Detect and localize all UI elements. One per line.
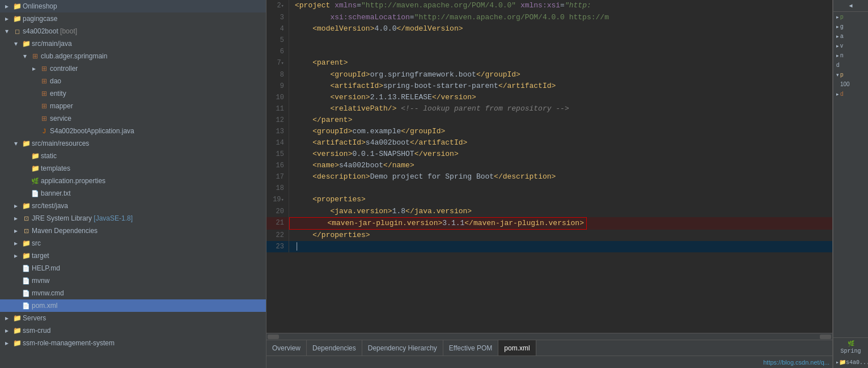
line-code-14: <artifactId>s4a002boot</artifactId> (289, 137, 467, 149)
tree-item-ssm-role[interactable]: ▸ 📁 ssm-role-management-system (0, 337, 266, 349)
tree-item-static[interactable]: 📁 static (0, 150, 266, 162)
line-code-16: <name>s4a002boot</name> (289, 160, 414, 171)
code-line-2: 2▾ <project xmlns="http://maven.apache.o… (266, 0, 832, 12)
txt-icon: 📄 (31, 189, 40, 198)
arrow-down-icon: ▾ (20, 52, 29, 61)
tree-item-application-properties[interactable]: 🌿 application.properties (0, 175, 266, 187)
arrow-right-icon: ▸ (11, 251, 20, 260)
arrow-icon: ▸ (836, 24, 839, 29)
item-label: v (840, 43, 843, 49)
props-icon: 🌿 (31, 176, 40, 185)
tree-item-maven-dependencies[interactable]: ▸ ⊡ Maven Dependencies (0, 225, 266, 237)
code-line-7: 7▾ <parent> (266, 57, 832, 69)
tree-item-mvnw[interactable]: 📄 mvnw (0, 274, 266, 287)
tree-item-onlineshop[interactable]: ▸ 📁 Onlineshop (0, 0, 266, 12)
arrow-icon: ▸ (836, 14, 839, 20)
folder-icon: 📁 (12, 314, 22, 323)
line-code-2: <project xmlns="http://maven.apache.org/… (289, 0, 591, 12)
right-panel-item-8[interactable]: 100 (833, 79, 868, 89)
project-icon: ◻ (12, 27, 22, 36)
line-num-4: 4 (266, 23, 289, 35)
folder-icon: p (840, 71, 844, 78)
right-panel-item-3[interactable]: ▸ a (833, 31, 868, 41)
code-line-11: 11 <relativePath/> <!-- lookup parent fr… (266, 103, 832, 115)
file-tree[interactable]: ▸ 📁 Onlineshop ▸ 📁 pagingcase ▾ ◻ s4a002… (0, 0, 266, 368)
tree-item-help-md[interactable]: 📄 HELP.md (0, 262, 266, 274)
tree-item-entity[interactable]: ⊞ entity (0, 87, 266, 100)
code-line-22: 22 </properties> (266, 230, 832, 241)
line-code-17: <description>Demo project for Spring Boo… (289, 171, 556, 183)
tree-item-application-java[interactable]: J S4a002bootApplication.java (0, 125, 266, 137)
arrow-down-icon: ▾ (11, 39, 20, 48)
tree-item-src-test-java[interactable]: ▸ 📁 src/test/java (0, 200, 266, 212)
srcfolder-icon: 📁 (22, 201, 31, 210)
spacer (20, 164, 29, 173)
right-panel-item-9[interactable]: ▸ d (833, 89, 868, 99)
pkg-icon: d (840, 91, 844, 97)
spacer (11, 301, 20, 310)
tree-item-pagingcase[interactable]: ▸ 📁 pagingcase (0, 12, 266, 25)
tree-item-target[interactable]: ▸ 📁 target (0, 249, 266, 262)
tab-dependency-hierarchy[interactable]: Dependency Hierarchy (362, 340, 443, 356)
line-num-12: 12 (266, 115, 289, 126)
tree-item-ssm-crud[interactable]: ▸ 📁 ssm-crud (0, 324, 266, 337)
code-content[interactable]: 2▾ <project xmlns="http://maven.apache.o… (266, 0, 832, 333)
spacer (20, 176, 29, 185)
arrow-right-icon: ▸ (2, 314, 11, 323)
arrow-right-icon: ▸ (2, 326, 11, 335)
item-label: s4a002boot [boot] (23, 27, 77, 35)
srcfolder-icon: 📁 (22, 139, 31, 148)
arrow-right-icon: ▸ (11, 201, 20, 210)
code-line-19: 19▾ <properties> (266, 194, 832, 206)
folder-icon: 📁 (31, 164, 40, 173)
tree-item-jre-library[interactable]: ▸ ⊡ JRE System Library [JavaSE-1.8] (0, 212, 266, 225)
item-label: mvnw.cmd (32, 289, 64, 297)
code-line-9: 9 <artifactId>spring-boot-starter-parent… (266, 81, 832, 92)
line-num-21: 21 (266, 217, 289, 230)
status-bar: https://blog.csdn.net/q... (266, 356, 832, 368)
pkg-icon: ⊞ (40, 77, 49, 86)
tree-item-pom-xml[interactable]: 📄 pom.xml (0, 299, 266, 312)
tree-item-club-adger-springmain[interactable]: ▾ ⊞ club.adger.springmain (0, 50, 266, 62)
line-code-23: │ (289, 241, 299, 252)
tree-item-src-main-java[interactable]: ▾ 📁 src/main/java (0, 37, 266, 50)
tab-overview[interactable]: Overview (266, 340, 307, 356)
tree-item-mapper[interactable]: ⊞ mapper (0, 100, 266, 112)
tree-item-servers[interactable]: ▸ 📁 Servers (0, 312, 266, 324)
code-line-5: 5 (266, 35, 832, 46)
tree-item-s4a002boot[interactable]: ▾ ◻ s4a002boot [boot] (0, 25, 266, 37)
right-panel: ◀ ▸ p ▸ g ▸ a ▸ v ▸ n d ▾ p 100 (833, 0, 868, 368)
item-label: Onlineshop (23, 2, 57, 10)
tree-item-service[interactable]: ⊞ service (0, 112, 266, 125)
right-panel-item-2[interactable]: ▸ g (833, 22, 868, 31)
tree-item-dao[interactable]: ⊞ dao (0, 75, 266, 87)
arrow-icon: ▸ (836, 91, 839, 97)
tab-dependencies[interactable]: Dependencies (307, 340, 362, 356)
horizontal-scrollbar[interactable] (266, 333, 832, 340)
tree-item-src-main-resources[interactable]: ▾ 📁 src/main/resources (0, 137, 266, 150)
tab-effective-pom[interactable]: Effective POM (443, 340, 498, 356)
right-panel-item-5[interactable]: ▸ n (833, 50, 868, 60)
code-line-6: 6 (266, 46, 832, 57)
right-panel-item-1[interactable]: ▸ p (833, 12, 868, 22)
item-label: ssm-role-management-system (23, 339, 115, 347)
tab-pom-xml[interactable]: pom.xml (498, 340, 536, 356)
line-code-20: <java.version>1.8</java.version> (289, 206, 472, 217)
line-num-23: 23 (266, 241, 289, 252)
tree-item-controller[interactable]: ▸ ⊞ controller (0, 62, 266, 75)
line-num-17: 17 (266, 171, 289, 183)
tree-item-templates[interactable]: 📁 templates (0, 162, 266, 175)
right-panel-item-4[interactable]: ▸ v (833, 41, 868, 50)
right-panel-item-6[interactable]: d (833, 60, 868, 70)
right-panel-item-7[interactable]: ▾ p (833, 70, 868, 79)
code-line-20: 20 <java.version>1.8</java.version> (266, 206, 832, 217)
code-line-13: 13 <groupId>com.example</groupId> (266, 126, 832, 137)
item-label: dao (50, 77, 61, 85)
code-line-15: 15 <version>0.0.1-SNAPSHOT</version> (266, 149, 832, 160)
tree-item-banner-txt[interactable]: 📄 banner.txt (0, 187, 266, 200)
tree-item-src-dir[interactable]: ▸ 📁 src (0, 237, 266, 249)
collapse-button[interactable]: ◀ (833, 0, 868, 12)
tree-item-mvnw-cmd[interactable]: 📄 mvnw.cmd (0, 287, 266, 299)
item-label: service (50, 115, 71, 122)
line-num-20: 20 (266, 206, 289, 217)
